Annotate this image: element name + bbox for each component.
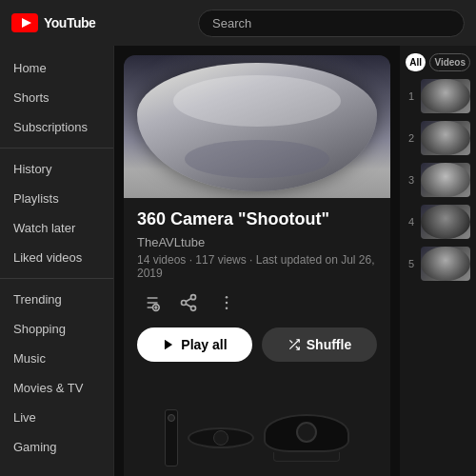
sidebar-item-playlists[interactable]: Playlists (0, 184, 113, 213)
sidebar-item-shopping[interactable]: Shopping (0, 314, 113, 344)
side-panel-tabs: All Videos (406, 53, 470, 71)
thumbnail-4 (421, 205, 470, 239)
main-content: 360 Camera "Shootout" TheAVLtube 14 vide… (114, 46, 400, 476)
svg-point-16 (226, 296, 228, 299)
youtube-logo-icon (11, 13, 38, 32)
list-item[interactable]: 5 (406, 247, 470, 281)
add-to-queue-button[interactable] (137, 289, 164, 316)
playlist-info: 360 Camera "Shootout" TheAVLtube 14 vide… (124, 198, 390, 381)
playlist-card: 360 Camera "Shootout" TheAVLtube 14 vide… (124, 55, 390, 476)
list-item[interactable]: 4 (406, 205, 470, 239)
thumbnail-1 (421, 79, 470, 113)
playlist-title: 360 Camera "Shootout" (137, 209, 377, 229)
svg-point-18 (226, 307, 228, 310)
list-item[interactable]: 1 (406, 79, 470, 113)
tab-all[interactable]: All (406, 53, 426, 71)
search-input[interactable] (198, 10, 465, 37)
sidebar-item-trending[interactable]: Trending (0, 285, 113, 314)
more-options-button[interactable] (213, 289, 240, 316)
play-all-button[interactable]: Play all (137, 327, 252, 362)
playlist-channel: TheAVLtube (137, 235, 377, 249)
logo-area: YouTube (11, 13, 95, 32)
share-button[interactable] (175, 289, 202, 316)
svg-point-12 (182, 301, 187, 306)
thumbnail-3 (421, 163, 470, 197)
svg-point-13 (191, 306, 196, 310)
svg-line-22 (289, 340, 292, 343)
svg-line-15 (186, 298, 191, 301)
sidebar-item-home[interactable]: Home (0, 53, 113, 83)
playlist-thumbnail (124, 55, 390, 198)
playlist-preview-thumb (124, 381, 390, 476)
thumbnail-2 (421, 121, 470, 155)
sidebar-item-music[interactable]: Music (0, 344, 113, 373)
sidebar-item-watch-later[interactable]: Watch later (0, 213, 113, 243)
sidebar-item-gaming[interactable]: Gaming (0, 432, 113, 462)
playlist-meta: 14 videos · 117 views · Last updated on … (137, 253, 377, 280)
list-item[interactable]: 3 (406, 163, 470, 197)
sidebar-item-shorts[interactable]: Shorts (0, 83, 113, 112)
header: YouTube (0, 0, 476, 46)
app-name: YouTube (44, 15, 95, 30)
play-all-label: Play all (181, 337, 227, 352)
search-bar[interactable] (198, 10, 465, 37)
shuffle-button[interactable]: Shuffle (262, 327, 377, 362)
sidebar-item-history[interactable]: History (0, 154, 113, 184)
body: Home Shorts Subscriptions History Playli… (0, 46, 476, 476)
sidebar-item-subscriptions[interactable]: Subscriptions (0, 112, 113, 142)
sidebar: Home Shorts Subscriptions History Playli… (0, 46, 114, 476)
list-item[interactable]: 2 (406, 121, 470, 155)
sidebar-item-live[interactable]: Live (0, 403, 113, 432)
camera-devices (124, 381, 390, 476)
playlist-buttons-row: Play all Shuffle (137, 327, 377, 362)
svg-marker-19 (165, 340, 172, 350)
svg-point-17 (226, 302, 228, 305)
svg-point-11 (191, 295, 196, 300)
sidebar-item-movies-tv[interactable]: Movies & TV (0, 373, 113, 403)
shuffle-label: Shuffle (307, 337, 351, 352)
fisheye-image (137, 63, 377, 191)
svg-line-14 (186, 304, 191, 307)
playlist-actions-row (137, 289, 377, 316)
thumbnail-5 (421, 247, 470, 281)
side-panel: All Videos 1 2 3 4 5 (400, 46, 476, 476)
sidebar-item-liked-videos[interactable]: Liked videos (0, 243, 113, 272)
thumbnail-bg (124, 55, 390, 198)
tab-videos[interactable]: Videos (429, 53, 470, 71)
